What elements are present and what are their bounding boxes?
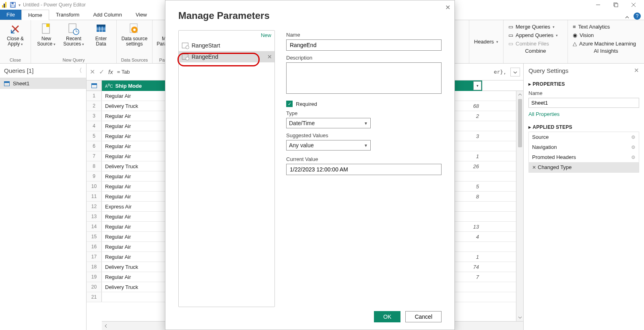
azure-ml-icon: △ xyxy=(573,41,577,47)
collapse-queries-icon[interactable]: 〈 xyxy=(76,67,82,74)
row-number: 16 xyxy=(87,242,102,252)
svg-rect-2 xyxy=(11,5,15,7)
combine-icon: ▭ xyxy=(508,41,513,47)
formula-accept-icon[interactable]: ✓ xyxy=(99,68,104,76)
headers-dropdown[interactable]: Headers ▾ xyxy=(474,37,498,46)
azure-ml-button[interactable]: △Azure Machine Learning xyxy=(573,39,639,48)
row-number: 7 xyxy=(87,151,102,161)
parameter-item[interactable]: RangeEnd✕ xyxy=(179,51,275,62)
text-analytics-icon: ≡ xyxy=(573,24,576,30)
gear-icon[interactable]: ⚙ xyxy=(631,155,636,160)
append-icon: ▭ xyxy=(508,32,513,38)
param-type-label: Type xyxy=(286,110,442,116)
dialog-close-icon[interactable]: ✕ xyxy=(445,4,450,11)
row-number: 5 xyxy=(87,131,102,141)
qa-dropdown-icon[interactable]: ▾ xyxy=(19,3,21,7)
save-icon[interactable] xyxy=(10,2,16,8)
vertical-scrollbar[interactable] xyxy=(516,91,523,321)
parameter-icon xyxy=(182,54,188,60)
svg-line-10 xyxy=(11,30,14,33)
applied-step[interactable]: Promoted Headers⚙ xyxy=(529,152,639,162)
new-source-button[interactable]: New Source xyxy=(34,22,58,47)
help-icon[interactable]: ? xyxy=(634,12,641,20)
queries-pane: Queries [1] 〈 Sheet1 xyxy=(0,64,87,330)
data-source-settings-button[interactable]: Data source settings xyxy=(120,22,149,47)
delete-parameter-icon[interactable]: ✕ xyxy=(267,54,272,60)
svg-point-25 xyxy=(133,29,136,31)
all-properties-link[interactable]: All Properties xyxy=(528,108,559,120)
row-number: 14 xyxy=(87,222,102,231)
gear-icon[interactable]: ⚙ xyxy=(631,144,636,150)
collapse-ribbon-icon[interactable] xyxy=(622,15,632,20)
suggested-values-select[interactable]: Any value▼ xyxy=(286,140,371,151)
collapse-steps-icon: ▸ xyxy=(528,124,531,130)
ok-button[interactable]: OK xyxy=(374,311,400,322)
row-number: 21 xyxy=(87,292,102,302)
window-close-button[interactable] xyxy=(625,0,642,10)
applied-step[interactable]: Navigation⚙ xyxy=(529,142,639,152)
gear-icon[interactable]: ⚙ xyxy=(631,134,636,140)
row-number: 12 xyxy=(87,202,102,211)
param-name-input[interactable] xyxy=(286,39,442,51)
parameter-item[interactable]: RangeStart xyxy=(179,40,275,51)
param-desc-input[interactable] xyxy=(286,62,442,94)
row-number: 9 xyxy=(87,171,102,181)
svg-rect-5 xyxy=(615,4,618,7)
recent-sources-button[interactable]: Recent Sources xyxy=(62,22,86,47)
enter-data-button[interactable]: Enter Data xyxy=(89,22,113,47)
delete-step-icon[interactable]: ✕ xyxy=(532,165,536,170)
properties-section[interactable]: ▸ PROPERTIES xyxy=(528,77,639,89)
app-icon xyxy=(2,2,8,8)
name-label: Name xyxy=(528,90,639,96)
scroll-up-icon[interactable] xyxy=(516,91,523,98)
queries-pane-title: Queries [1] xyxy=(4,67,33,74)
applied-step[interactable]: Source⚙ xyxy=(529,132,639,142)
tab-transform[interactable]: Transform xyxy=(49,9,87,20)
close-apply-button[interactable]: Close & Apply xyxy=(3,22,27,47)
query-settings-pane: Query Settings ✕ ▸ PROPERTIES Name All P… xyxy=(523,64,644,330)
formula-expand-icon[interactable] xyxy=(510,68,520,76)
scrollbar-thumb[interactable] xyxy=(518,99,522,147)
param-type-select[interactable]: Date/Time▼ xyxy=(286,118,371,128)
row-number: 2 xyxy=(87,101,102,111)
tab-file[interactable]: File xyxy=(0,10,21,20)
parameter-icon xyxy=(182,43,188,48)
current-value-label: Current Value xyxy=(286,156,442,162)
merge-queries-button[interactable]: ▭Merge Queries▾ xyxy=(508,23,563,31)
dialog-title: Manage Parameters xyxy=(178,10,442,21)
chevron-down-icon: ▼ xyxy=(364,121,368,126)
collapse-properties-icon: ▸ xyxy=(528,81,531,87)
tab-view[interactable]: View xyxy=(129,9,154,20)
svg-rect-18 xyxy=(97,25,105,27)
new-parameter-link[interactable]: New xyxy=(179,31,275,40)
tab-add-column[interactable]: Add Column xyxy=(86,9,129,20)
vision-button[interactable]: ◉Vision xyxy=(573,31,639,39)
scroll-down-icon[interactable] xyxy=(516,314,523,321)
minimize-button[interactable] xyxy=(589,0,607,10)
scroll-left-icon[interactable] xyxy=(102,324,110,328)
combine-files-button[interactable]: ▭Combine Files xyxy=(508,39,563,48)
select-all-corner[interactable] xyxy=(87,80,102,91)
fx-icon[interactable]: fx xyxy=(108,68,113,75)
row-number: 15 xyxy=(87,232,102,241)
row-number: 10 xyxy=(87,182,102,191)
table-icon xyxy=(4,81,10,86)
column-filter-icon[interactable]: ▾ xyxy=(473,81,481,90)
append-queries-button[interactable]: ▭Append Queries▾ xyxy=(508,31,563,39)
row-number: 17 xyxy=(87,252,102,262)
maximize-button[interactable] xyxy=(607,0,625,10)
close-settings-icon[interactable]: ✕ xyxy=(634,67,639,74)
row-number: 3 xyxy=(87,111,102,121)
query-name-input[interactable] xyxy=(528,98,639,108)
manage-parameters-dialog: ✕ Manage Parameters New RangeStartRangeE… xyxy=(165,0,455,330)
required-checkbox[interactable]: ✓ Required xyxy=(286,101,442,107)
applied-step[interactable]: ✕Changed Type xyxy=(529,162,639,172)
tab-home[interactable]: Home xyxy=(21,10,49,20)
applied-steps-section[interactable]: ▸ APPLIED STEPS xyxy=(528,120,639,132)
vision-icon: ◉ xyxy=(573,32,577,38)
formula-cancel-icon[interactable]: ✕ xyxy=(90,68,95,76)
cancel-button[interactable]: Cancel xyxy=(405,311,442,322)
query-item-sheet1[interactable]: Sheet1 xyxy=(0,78,86,89)
current-value-input[interactable] xyxy=(286,164,442,175)
text-analytics-button[interactable]: ≡Text Analytics xyxy=(573,23,639,31)
